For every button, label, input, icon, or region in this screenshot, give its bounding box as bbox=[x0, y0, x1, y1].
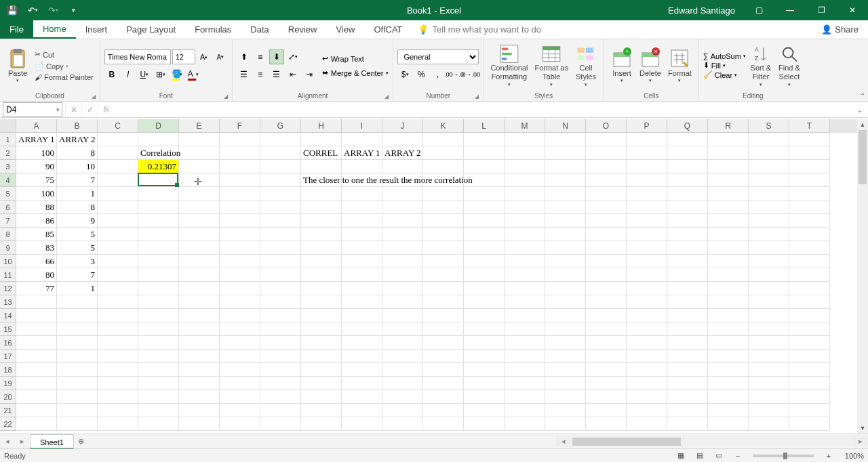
align-top-button[interactable]: ⬆ bbox=[237, 49, 252, 64]
cell-O18[interactable] bbox=[586, 363, 627, 377]
col-header-Q[interactable]: Q bbox=[667, 119, 708, 133]
cell-A16[interactable] bbox=[16, 336, 57, 350]
cell-I19[interactable] bbox=[342, 377, 382, 390]
cell-I16[interactable] bbox=[342, 336, 382, 350]
format-painter-button[interactable]: 🖌Format Painter bbox=[33, 72, 96, 82]
cell-F8[interactable] bbox=[220, 228, 260, 241]
orientation-button[interactable]: ⤢▾ bbox=[285, 49, 300, 64]
cell-T4[interactable] bbox=[789, 173, 830, 187]
cell-Q12[interactable] bbox=[667, 282, 708, 295]
row-header-17[interactable]: 17 bbox=[0, 350, 16, 363]
percent-format-button[interactable]: % bbox=[414, 67, 429, 82]
cell-F3[interactable] bbox=[220, 160, 260, 173]
fill-button[interactable]: ⬇Fill▾ bbox=[703, 61, 746, 70]
cell-D6[interactable] bbox=[138, 201, 179, 214]
cell-I11[interactable] bbox=[342, 268, 382, 282]
cell-K8[interactable] bbox=[423, 228, 464, 241]
cell-S8[interactable] bbox=[749, 228, 789, 241]
cell-P10[interactable] bbox=[627, 255, 667, 268]
cell-A8[interactable]: 85 bbox=[16, 228, 57, 241]
cell-M2[interactable] bbox=[505, 146, 545, 160]
cell-M6[interactable] bbox=[505, 201, 545, 214]
cell-K16[interactable] bbox=[423, 336, 464, 350]
cell-N9[interactable] bbox=[545, 241, 586, 255]
cell-G20[interactable] bbox=[260, 390, 301, 404]
cell-H1[interactable] bbox=[301, 133, 342, 146]
cell-B13[interactable] bbox=[57, 295, 98, 309]
cell-N2[interactable] bbox=[545, 146, 586, 160]
cell-E8[interactable] bbox=[179, 228, 220, 241]
find-select-button[interactable]: Find & Select▾ bbox=[776, 43, 803, 89]
col-header-A[interactable]: A bbox=[16, 119, 57, 133]
cell-Q22[interactable] bbox=[667, 417, 708, 431]
save-button[interactable]: 💾 bbox=[3, 1, 22, 20]
cell-L20[interactable] bbox=[464, 390, 505, 404]
cell-T2[interactable] bbox=[789, 146, 830, 160]
vertical-scrollbar[interactable]: ▲ ▼ bbox=[857, 119, 868, 434]
cell-M11[interactable] bbox=[505, 268, 545, 282]
cell-M20[interactable] bbox=[505, 390, 545, 404]
zoom-out-button[interactable]: − bbox=[730, 450, 746, 462]
cell-J12[interactable] bbox=[382, 282, 423, 295]
cell-P21[interactable] bbox=[627, 404, 667, 417]
cell-I22[interactable] bbox=[342, 417, 382, 431]
cell-E15[interactable] bbox=[179, 322, 220, 336]
hscroll-right[interactable]: ▸ bbox=[853, 437, 868, 446]
cell-E4[interactable] bbox=[179, 173, 220, 187]
cell-J15[interactable] bbox=[382, 322, 423, 336]
col-header-R[interactable]: R bbox=[708, 119, 749, 133]
cell-M15[interactable] bbox=[505, 322, 545, 336]
cell-E7[interactable] bbox=[179, 214, 220, 228]
cell-H8[interactable] bbox=[301, 228, 342, 241]
cell-B3[interactable]: 10 bbox=[57, 160, 98, 173]
cell-I9[interactable] bbox=[342, 241, 382, 255]
cell-M21[interactable] bbox=[505, 404, 545, 417]
cell-L18[interactable] bbox=[464, 363, 505, 377]
cell-C13[interactable] bbox=[98, 295, 138, 309]
cell-G1[interactable] bbox=[260, 133, 301, 146]
cell-C12[interactable] bbox=[98, 282, 138, 295]
cell-B7[interactable]: 9 bbox=[57, 214, 98, 228]
cell-N13[interactable] bbox=[545, 295, 586, 309]
decrease-decimal-button[interactable]: .0→.00 bbox=[462, 67, 477, 82]
cell-S14[interactable] bbox=[749, 309, 789, 322]
cell-L17[interactable] bbox=[464, 350, 505, 363]
cell-K4[interactable] bbox=[423, 173, 464, 187]
tab-offcat[interactable]: OffCAT bbox=[364, 20, 412, 39]
cell-I7[interactable] bbox=[342, 214, 382, 228]
cell-N4[interactable] bbox=[545, 173, 586, 187]
cell-D20[interactable] bbox=[138, 390, 179, 404]
cell-G22[interactable] bbox=[260, 417, 301, 431]
cell-L22[interactable] bbox=[464, 417, 505, 431]
cell-C15[interactable] bbox=[98, 322, 138, 336]
cell-D1[interactable] bbox=[138, 133, 179, 146]
cell-D3[interactable]: 0.21307 bbox=[138, 160, 179, 173]
cell-R7[interactable] bbox=[708, 214, 749, 228]
cell-I18[interactable] bbox=[342, 363, 382, 377]
cell-T6[interactable] bbox=[789, 201, 830, 214]
cell-R14[interactable] bbox=[708, 309, 749, 322]
cell-O6[interactable] bbox=[586, 201, 627, 214]
cell-A17[interactable] bbox=[16, 350, 57, 363]
row-header-9[interactable]: 9 bbox=[0, 241, 16, 255]
cell-K19[interactable] bbox=[423, 377, 464, 390]
sort-filter-button[interactable]: AZSort & Filter▾ bbox=[747, 43, 774, 89]
tab-insert[interactable]: Insert bbox=[76, 20, 117, 39]
collapse-ribbon-button[interactable]: ⌃ bbox=[860, 92, 865, 100]
col-header-P[interactable]: P bbox=[627, 119, 667, 133]
cell-G6[interactable] bbox=[260, 201, 301, 214]
cell-A6[interactable]: 88 bbox=[16, 201, 57, 214]
cell-S9[interactable] bbox=[749, 241, 789, 255]
cell-J16[interactable] bbox=[382, 336, 423, 350]
cell-L3[interactable] bbox=[464, 160, 505, 173]
cell-M3[interactable] bbox=[505, 160, 545, 173]
cell-R20[interactable] bbox=[708, 390, 749, 404]
cell-O7[interactable] bbox=[586, 214, 627, 228]
cell-K13[interactable] bbox=[423, 295, 464, 309]
col-header-G[interactable]: G bbox=[260, 119, 301, 133]
cell-G21[interactable] bbox=[260, 404, 301, 417]
cell-R1[interactable] bbox=[708, 133, 749, 146]
cell-I8[interactable] bbox=[342, 228, 382, 241]
cell-S11[interactable] bbox=[749, 268, 789, 282]
cell-T8[interactable] bbox=[789, 228, 830, 241]
